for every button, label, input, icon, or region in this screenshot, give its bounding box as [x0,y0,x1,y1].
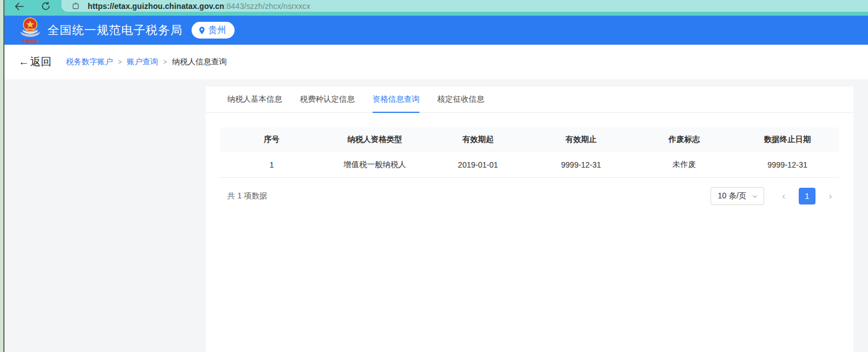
cell-valid-from: 2019-01-01 [426,160,530,169]
tax-bureau-logo: 中国税务 [18,17,42,43]
col-header-seq: 序号 [220,135,323,145]
location-pin-icon [198,26,206,35]
content-card: 纳税人基本信息 税费种认定信息 资格信息查询 核定征收信息 序号 纳税人资格类型… [206,87,853,352]
page-size-select[interactable]: 10 条/页 [710,187,764,205]
cell-qualification-type: 增值税一般纳税人 [323,160,427,170]
breadcrumb-item-current: 纳税人信息查询 [172,57,227,67]
logo-caption: 中国税务 [18,39,42,44]
back-label: 返回 [30,55,51,69]
pagination: 10 条/页 ‹ 1 › [710,187,839,205]
col-header-void-flag: 作废标志 [633,135,736,145]
table-row: 1 增值税一般纳税人 2019-01-01 9999-12-31 未作废 999… [220,152,839,178]
address-bar[interactable]: https://etax.guizhou.chinatax.gov.cn:844… [61,0,868,12]
total-count-text: 共 1 项数据 [227,191,268,201]
col-header-qualification-type: 纳税人资格类型 [323,135,427,145]
browser-toolbar: https://etax.guizhou.chinatax.gov.cn:844… [0,0,868,16]
site-info-icon[interactable] [71,2,80,10]
breadcrumb-separator: > [118,58,122,66]
page-number-1[interactable]: 1 [799,188,815,204]
back-button[interactable]: ←返回 [18,55,51,69]
qualification-table: 序号 纳税人资格类型 有效期起 有效期止 作废标志 数据终止日期 1 增值税一般… [220,127,839,178]
url-text: https://etax.guizhou.chinatax.gov.cn:844… [88,2,311,11]
breadcrumb-item-zhcx[interactable]: 账户查询 [127,57,158,67]
url-path: :8443/szzh/zhcx/nsrxxcx [224,2,310,11]
breadcrumb-item-szzh[interactable]: 税务数字账户 [66,57,113,67]
page-size-value: 10 条/页 [718,191,746,201]
back-arrow-icon: ← [18,56,29,68]
region-badge[interactable]: 贵州 [192,22,235,39]
breadcrumb-bar: ←返回 税务数字账户 > 账户查询 > 纳税人信息查询 [0,45,868,79]
browser-back-icon[interactable] [13,1,25,12]
cell-seq: 1 [220,160,323,169]
chevron-down-icon [752,193,758,199]
cell-void-flag: 未作废 [633,160,736,170]
app-title: 全国统一规范电子税务局 [47,22,183,38]
table-footer: 共 1 项数据 10 条/页 ‹ 1 › [220,187,839,205]
breadcrumb-separator: > [163,58,167,66]
cell-valid-to: 9999-12-31 [530,160,633,169]
col-header-data-end-date: 数据终止日期 [736,135,839,145]
tab-qualification-info[interactable]: 资格信息查询 [373,94,419,113]
col-header-valid-to: 有效期止 [530,135,633,145]
next-page-button[interactable]: › [822,188,839,204]
col-header-valid-from: 有效期起 [426,135,530,145]
region-label: 贵州 [208,25,226,36]
cell-data-end-date: 9999-12-31 [736,160,839,169]
tab-assessed-collection-info[interactable]: 核定征收信息 [437,94,484,113]
prev-page-button[interactable]: ‹ [775,188,792,204]
browser-refresh-icon[interactable] [40,1,51,12]
url-domain: https://etax.guizhou.chinatax.gov.cn [88,2,224,11]
page-body: 纳税人基本信息 税费种认定信息 资格信息查询 核定征收信息 序号 纳税人资格类型… [0,79,868,352]
app-header: 中国税务 全国统一规范电子税务局 贵州 [0,16,868,45]
window-edge [0,0,4,352]
breadcrumb: 税务数字账户 > 账户查询 > 纳税人信息查询 [66,57,227,67]
tab-tax-type-info[interactable]: 税费种认定信息 [300,94,355,113]
tab-nsr-basic-info[interactable]: 纳税人基本信息 [227,94,282,113]
table-header-row: 序号 纳税人资格类型 有效期起 有效期止 作废标志 数据终止日期 [220,127,839,152]
tab-bar: 纳税人基本信息 税费种认定信息 资格信息查询 核定征收信息 [206,87,853,113]
